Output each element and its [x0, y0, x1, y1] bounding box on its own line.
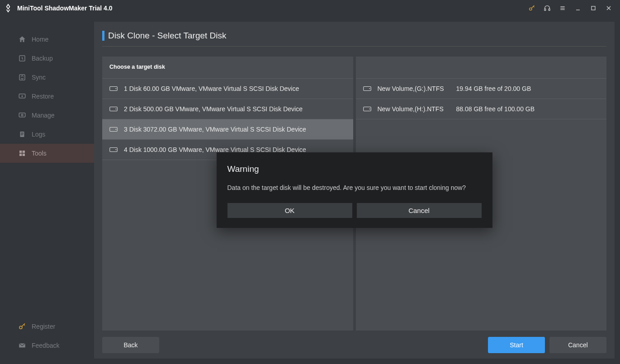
volume-name: New Volume,(H:).NTFS — [378, 105, 445, 113]
sidebar-item-home[interactable]: Home — [0, 30, 94, 49]
svg-rect-19 — [19, 151, 22, 153]
dialog-message: Data on the target disk will be destroye… — [227, 184, 482, 191]
svg-rect-16 — [21, 132, 24, 133]
svg-rect-22 — [23, 154, 25, 156]
svg-point-27 — [115, 109, 116, 109]
dialog-cancel-button[interactable]: Cancel — [357, 203, 482, 218]
sidebar-item-logs[interactable]: Logs — [0, 125, 94, 144]
volume-name: New Volume,(G:).NTFS — [378, 85, 445, 92]
warning-dialog: Warning Data on the target disk will be … — [217, 152, 492, 228]
accent-bar — [102, 31, 104, 41]
panel-header: Choose a target disk — [102, 57, 353, 79]
app-title: MiniTool ShadowMaker Trial 4.0 — [17, 5, 113, 12]
sidebar-item-manage[interactable]: Manage — [0, 106, 94, 125]
key-icon[interactable] — [524, 0, 540, 16]
disk-label: 2 Disk 500.00 GB VMware, VMware Virtual … — [124, 105, 303, 113]
disk-row[interactable]: 1 Disk 60.00 GB VMware, VMware Virtual S… — [102, 79, 353, 99]
sidebar-item-tools[interactable]: Tools — [0, 144, 94, 163]
disk-row-selected[interactable]: 3 Disk 3072.00 GB VMware, VMware Virtual… — [102, 119, 353, 140]
close-button[interactable] — [601, 0, 616, 16]
disk-icon — [363, 106, 371, 112]
cancel-button[interactable]: Cancel — [549, 337, 606, 353]
volume-free: 88.08 GB free of 100.00 GB — [456, 105, 535, 113]
sidebar-item-restore[interactable]: Restore — [0, 87, 94, 106]
sidebar-item-feedback[interactable]: Feedback — [0, 336, 94, 355]
svg-rect-20 — [23, 151, 25, 153]
minimize-button[interactable] — [570, 0, 586, 16]
volume-row: New Volume,(H:).NTFS 88.08 GB free of 10… — [356, 99, 607, 119]
sidebar: Home Backup Sync Restore Manage Logs — [0, 16, 94, 364]
disk-row[interactable]: 2 Disk 500.00 GB VMware, VMware Virtual … — [102, 99, 353, 119]
sidebar-item-label: Logs — [32, 131, 45, 138]
title-bar: MiniTool ShadowMaker Trial 4.0 — [0, 0, 620, 16]
dialog-ok-button[interactable]: OK — [227, 203, 352, 218]
sidebar-item-backup[interactable]: Backup — [0, 49, 94, 68]
svg-point-0 — [530, 8, 532, 10]
disk-icon — [363, 86, 371, 91]
content-area: Disk Clone - Select Target Disk Choose a… — [94, 22, 615, 359]
svg-rect-18 — [21, 135, 23, 135]
maximize-button[interactable] — [586, 0, 601, 16]
disk-icon — [109, 147, 118, 152]
sidebar-item-label: Backup — [32, 55, 53, 62]
svg-rect-13 — [19, 113, 25, 117]
sidebar-item-label: Register — [32, 323, 55, 330]
svg-point-23 — [19, 326, 22, 329]
sidebar-item-sync[interactable]: Sync — [0, 68, 94, 87]
svg-point-25 — [115, 88, 116, 89]
svg-rect-21 — [19, 154, 22, 156]
start-button[interactable]: Start — [488, 337, 545, 353]
sidebar-item-label: Tools — [32, 150, 47, 157]
sidebar-item-label: Home — [32, 36, 48, 43]
svg-point-31 — [115, 149, 116, 150]
svg-rect-17 — [21, 134, 24, 134]
disk-label: 3 Disk 3072.00 GB VMware, VMware Virtual… — [124, 126, 306, 133]
sidebar-item-label: Sync — [32, 74, 46, 81]
headphone-icon[interactable] — [540, 0, 555, 16]
disk-icon — [109, 106, 118, 112]
disk-icon — [109, 86, 118, 91]
page-title: Disk Clone - Select Target Disk — [108, 31, 227, 41]
panel-header-empty — [356, 57, 607, 79]
sidebar-item-label: Manage — [32, 112, 55, 119]
sidebar-item-label: Restore — [32, 93, 54, 100]
svg-rect-7 — [592, 6, 595, 10]
svg-point-29 — [115, 129, 116, 130]
back-button[interactable]: Back — [102, 337, 159, 353]
sidebar-item-register[interactable]: Register — [0, 317, 94, 336]
volume-row: New Volume,(G:).NTFS 19.94 GB free of 20… — [356, 79, 607, 99]
volume-free: 19.94 GB free of 20.00 GB — [456, 85, 531, 92]
svg-rect-2 — [549, 9, 550, 10]
menu-icon[interactable] — [555, 0, 570, 16]
svg-point-33 — [369, 88, 370, 89]
svg-rect-15 — [20, 132, 24, 137]
svg-point-35 — [369, 109, 370, 109]
disk-label: 1 Disk 60.00 GB VMware, VMware Virtual S… — [124, 85, 299, 92]
dialog-title: Warning — [227, 164, 482, 174]
disk-icon — [109, 127, 118, 132]
svg-point-14 — [21, 114, 23, 116]
svg-rect-1 — [544, 9, 546, 10]
app-logo: MiniTool ShadowMaker Trial 4.0 — [4, 4, 113, 13]
sidebar-item-label: Feedback — [32, 342, 59, 349]
